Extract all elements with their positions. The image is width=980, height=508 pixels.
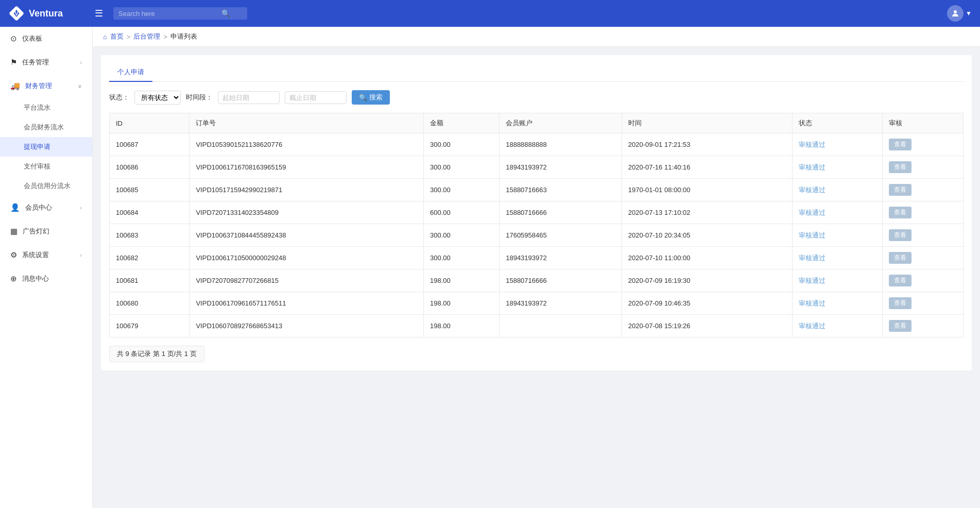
view-button[interactable]: 查看 <box>889 184 912 196</box>
status-link[interactable]: 审核通过 <box>799 277 826 284</box>
search-button[interactable]: 🔍 <box>221 9 230 18</box>
cell-time: 2020-09-01 17:21:53 <box>622 133 792 156</box>
svg-text:V: V <box>14 10 19 16</box>
status-select[interactable]: 所有状态 审核通过 待审核 审核拒绝 <box>134 91 181 105</box>
sidebar-item-label: 财务管理 <box>25 81 52 91</box>
cell-status: 审核通过 <box>793 269 883 292</box>
status-link[interactable]: 审核通过 <box>799 163 826 171</box>
search-btn-icon: 🔍 <box>359 94 367 101</box>
breadcrumb-sep1: > <box>127 33 131 41</box>
sidebar-item-settings[interactable]: ⚙ 系统设置 › <box>0 243 92 267</box>
sidebar-subitem-platform-flow[interactable]: 平台流水 <box>0 98 92 117</box>
sidebar-item-label: 任务管理 <box>22 58 49 67</box>
breadcrumb-current: 申请列表 <box>170 32 197 41</box>
view-button[interactable]: 查看 <box>889 207 912 218</box>
cell-order: VIPD10061710500000029248 <box>190 247 424 269</box>
cell-account: 18943193972 <box>500 247 622 269</box>
pagination-text: 共 9 条记录 第 1 页/共 1 页 <box>117 350 197 358</box>
sidebar-item-label: 广告灯幻 <box>23 227 49 236</box>
cell-order: VIPD10061709616571176511 <box>190 292 424 315</box>
breadcrumb-admin[interactable]: 后台管理 <box>133 32 160 41</box>
cell-action: 查看 <box>883 224 964 247</box>
sidebar-subitem-withdrawal[interactable]: 提现申请 <box>0 137 92 157</box>
col-order: 订单号 <box>190 113 424 133</box>
sidebar-item-messages[interactable]: ⊕ 消息中心 <box>0 267 92 291</box>
col-account: 会员账户 <box>500 113 622 133</box>
cell-time: 2020-07-16 11:40:16 <box>622 156 792 179</box>
status-link[interactable]: 审核通过 <box>799 322 826 330</box>
chevron-down-icon: ∨ <box>78 83 82 90</box>
cell-action: 查看 <box>883 179 964 201</box>
breadcrumb: ⌂ 首页 > 后台管理 > 申请列表 <box>93 27 980 47</box>
cell-time: 2020-07-08 15:19:26 <box>622 315 792 337</box>
table-row: 100686 VIPD10061716708163965159 300.00 1… <box>110 156 964 179</box>
logo-text: Ventura <box>29 8 63 19</box>
view-button[interactable]: 查看 <box>889 139 912 150</box>
tab-bar: 个人申请 <box>109 63 964 82</box>
cell-amount: 198.00 <box>423 269 499 292</box>
view-button[interactable]: 查看 <box>889 161 912 173</box>
cell-order: VIPD1053901521138620776 <box>190 133 424 156</box>
table-row: 100682 VIPD10061710500000029248 300.00 1… <box>110 247 964 269</box>
top-nav-right: ▼ <box>947 5 972 22</box>
status-link[interactable]: 审核通过 <box>799 141 826 148</box>
cell-action: 查看 <box>883 156 964 179</box>
svg-point-2 <box>954 10 957 13</box>
view-button[interactable]: 查看 <box>889 320 912 332</box>
finance-submenu: 平台流水 会员财务流水 提现申请 支付审核 会员信用分流水 <box>0 98 92 196</box>
cell-account: 15880716663 <box>500 179 622 201</box>
view-button[interactable]: 查看 <box>889 275 912 286</box>
cell-id: 100679 <box>110 315 190 337</box>
cell-status: 审核通过 <box>793 201 883 224</box>
view-button[interactable]: 查看 <box>889 229 912 241</box>
col-id: ID <box>110 113 190 133</box>
cell-amount: 198.00 <box>423 292 499 315</box>
cell-order: VIPD720713314023354809 <box>190 201 424 224</box>
cell-id: 100685 <box>110 179 190 201</box>
applications-table: ID 订单号 金额 会员账户 时间 状态 审核 100687 VIPD10539… <box>109 113 964 337</box>
sidebar-item-members[interactable]: 👤 会员中心 › <box>0 196 92 219</box>
filter-row: 状态： 所有状态 审核通过 待审核 审核拒绝 时间段： 🔍 搜索 <box>109 90 964 105</box>
sidebar-subitem-member-finance[interactable]: 会员财务流水 <box>0 117 92 137</box>
sidebar-item-tasks[interactable]: ⚑ 任务管理 › <box>0 50 92 74</box>
search-filter-button[interactable]: 🔍 搜索 <box>352 90 390 105</box>
cell-order: VIPD1060708927668653413 <box>190 315 424 337</box>
messages-icon: ⊕ <box>10 274 17 283</box>
status-link[interactable]: 审核通过 <box>799 231 826 239</box>
tab-personal-application[interactable]: 个人申请 <box>109 63 152 82</box>
sidebar-item-ads[interactable]: ▦ 广告灯幻 <box>0 219 92 243</box>
cell-action: 查看 <box>883 201 964 224</box>
end-date-input[interactable] <box>285 91 347 104</box>
sidebar-item-label: 消息中心 <box>22 274 49 283</box>
content-area: ⌂ 首页 > 后台管理 > 申请列表 个人申请 状态： 所有状态 审核通过 待审… <box>93 27 980 508</box>
table-row: 100687 VIPD1053901521138620776 300.00 18… <box>110 133 964 156</box>
view-button[interactable]: 查看 <box>889 252 912 264</box>
sidebar-item-dashboard[interactable]: ⊙ 仪表板 <box>0 27 92 50</box>
sidebar-subitem-member-credit[interactable]: 会员信用分流水 <box>0 176 92 196</box>
table-row: 100684 VIPD720713314023354809 600.00 158… <box>110 201 964 224</box>
table-row: 100680 VIPD10061709616571176511 198.00 1… <box>110 292 964 315</box>
cell-order: VIPD10061716708163965159 <box>190 156 424 179</box>
breadcrumb-home[interactable]: 首页 <box>110 32 124 41</box>
cell-id: 100684 <box>110 201 190 224</box>
status-link[interactable]: 审核通过 <box>799 299 826 307</box>
cell-status: 审核通过 <box>793 156 883 179</box>
cell-amount: 300.00 <box>423 179 499 201</box>
view-button[interactable]: 查看 <box>889 297 912 309</box>
avatar-button[interactable]: ▼ <box>947 5 972 22</box>
ads-icon: ▦ <box>10 227 18 236</box>
cell-time: 1970-01-01 08:00:00 <box>622 179 792 201</box>
status-link[interactable]: 审核通过 <box>799 186 826 194</box>
cell-status: 审核通过 <box>793 179 883 201</box>
hamburger-button[interactable]: ☰ <box>91 6 107 21</box>
chevron-right-icon: › <box>80 59 82 65</box>
start-date-input[interactable] <box>218 91 280 104</box>
sidebar-item-finance[interactable]: 🚚 财务管理 ∨ <box>0 74 92 98</box>
sidebar-subitem-payment-audit[interactable]: 支付审核 <box>0 157 92 176</box>
search-input[interactable] <box>118 10 221 18</box>
table-row: 100681 VIPD720709827707266815 198.00 158… <box>110 269 964 292</box>
cell-id: 100683 <box>110 224 190 247</box>
status-link[interactable]: 审核通过 <box>799 254 826 262</box>
cell-time: 2020-07-10 20:34:05 <box>622 224 792 247</box>
status-link[interactable]: 审核通过 <box>799 209 826 216</box>
